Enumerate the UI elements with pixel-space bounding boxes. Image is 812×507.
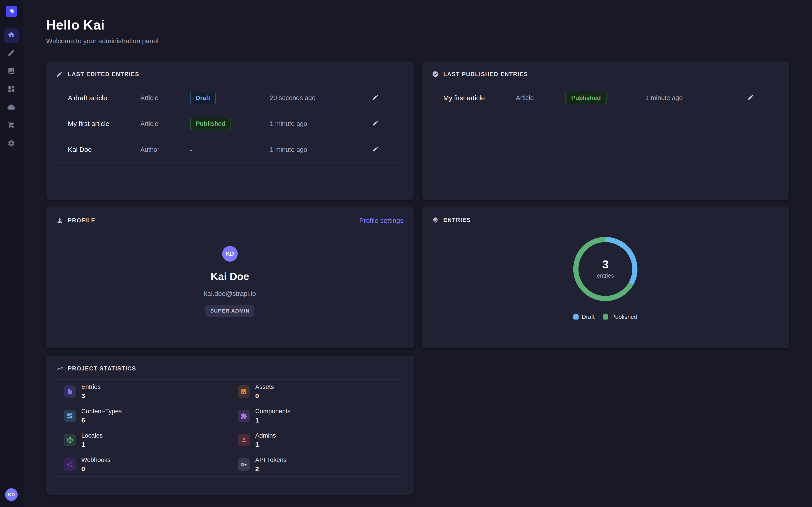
stat-locales[interactable]: Locales1	[56, 428, 230, 452]
strapi-logo[interactable]	[6, 6, 17, 17]
sidebar-item-home[interactable]	[4, 29, 19, 43]
stat-label: Webhooks	[81, 456, 110, 463]
entry-row[interactable]: A draft articleArticleDraft20 seconds ag…	[56, 85, 403, 111]
stat-api-tokens[interactable]: API Tokens2	[230, 452, 403, 476]
pen-icon	[7, 49, 15, 59]
edit-entry-button[interactable]	[746, 92, 756, 104]
stat-label: Components	[255, 408, 291, 415]
stat-value: 1	[255, 441, 276, 448]
legend-swatch	[573, 314, 578, 320]
stat-label: Entries	[81, 383, 101, 391]
stat-text: Content-Types6	[81, 408, 121, 424]
chart-legend: DraftPublished	[573, 314, 637, 321]
stat-label: API Tokens	[255, 456, 287, 463]
card-title: LAST EDITED ENTRIES	[68, 71, 139, 77]
entry-status-cell: Draft	[190, 92, 270, 104]
entries-header: ENTRIES	[432, 217, 779, 224]
stat-text: API Tokens2	[255, 456, 287, 473]
stat-admins[interactable]: Admins1	[230, 428, 403, 452]
entries-card: ENTRIES 3 entries DraftPublished	[421, 207, 789, 348]
layers-icon	[432, 217, 439, 224]
person-icon	[238, 434, 250, 446]
sidebar-divider	[5, 23, 18, 23]
cart-icon	[7, 121, 15, 131]
puzzle-icon	[238, 410, 250, 422]
last-edited-table: A draft articleArticleDraft20 seconds ag…	[56, 85, 403, 163]
share-icon	[64, 458, 76, 471]
entry-kind: Article	[516, 94, 565, 102]
home-icon	[7, 31, 15, 41]
user-icon	[56, 217, 63, 224]
stat-label: Admins	[255, 432, 276, 439]
edit-entry-button[interactable]	[370, 92, 381, 104]
profile-email: kai.doe@strapi.io	[204, 290, 256, 297]
page-header: Hello Kai Welcome to your administration…	[46, 0, 789, 61]
stat-value: 6	[81, 416, 121, 424]
legend-item: Published	[603, 314, 638, 321]
card-title: LAST PUBLISHED ENTRIES	[443, 71, 528, 77]
sidebar-item-deploy[interactable]	[4, 101, 19, 115]
stat-text: Admins1	[255, 432, 276, 448]
pencil-icon	[748, 94, 754, 102]
profile-header: PROFILE Profile settings	[56, 217, 403, 224]
entry-name: My first article	[68, 120, 140, 127]
entries-count: 3	[602, 259, 609, 270]
stat-value: 1	[81, 441, 103, 448]
sidebar: KD	[0, 0, 23, 507]
stat-webhooks[interactable]: Webhooks0	[56, 452, 230, 476]
card-title: ENTRIES	[443, 217, 471, 223]
trending-up-icon	[56, 365, 63, 372]
stat-content-types[interactable]: Content-Types6	[56, 404, 230, 428]
stat-assets[interactable]: Assets0	[230, 379, 403, 404]
entry-status-cell: Published	[565, 92, 645, 104]
entry-time: 1 minute ago	[645, 94, 723, 102]
stat-label: Assets	[255, 383, 274, 391]
stat-text: Components1	[255, 408, 291, 424]
edit-entry-button[interactable]	[370, 118, 381, 130]
status-badge: Published	[565, 92, 607, 104]
stat-value: 0	[81, 465, 110, 473]
profile-card: PROFILE Profile settings KD Kai Doe kai.…	[46, 207, 414, 348]
entry-status-cell: Published	[190, 118, 270, 130]
entries-count-label: entries	[597, 272, 614, 279]
sidebar-item-content-manager[interactable]	[4, 47, 19, 61]
entry-status-cell: -	[190, 145, 270, 154]
entry-row[interactable]: Kai DoeAuthor-1 minute ago	[56, 136, 403, 163]
main-content: Hello Kai Welcome to your administration…	[23, 0, 812, 507]
entry-kind: Article	[140, 94, 190, 102]
stat-entries[interactable]: Entries3	[56, 379, 230, 404]
edit-entry-button[interactable]	[370, 144, 381, 156]
stat-value: 1	[255, 416, 291, 424]
page-title: Hello Kai	[46, 17, 789, 33]
stat-components[interactable]: Components1	[230, 404, 403, 428]
sidebar-item-marketplace[interactable]	[4, 119, 19, 133]
pencil-icon	[372, 120, 379, 128]
app-window: KD Hello Kai Welcome to your administrat…	[0, 0, 812, 507]
check-circle-icon	[432, 71, 439, 77]
profile-avatar: KD	[222, 246, 238, 262]
page-subtitle: Welcome to your administration panel	[46, 37, 789, 45]
sidebar-nav	[4, 29, 19, 152]
sidebar-item-content-type-builder[interactable]	[4, 83, 19, 97]
entry-time: 1 minute ago	[270, 146, 347, 154]
project-statistics-card: PROJECT STATISTICS Entries3Assets0Conten…	[46, 356, 414, 494]
entry-time: 1 minute ago	[270, 120, 347, 127]
last-edited-header: LAST EDITED ENTRIES	[56, 71, 403, 77]
key-icon	[238, 458, 250, 471]
card-title: PROFILE	[68, 217, 95, 224]
stat-text: Locales1	[81, 432, 103, 448]
layout-icon	[7, 85, 15, 95]
profile-settings-link[interactable]: Profile settings	[359, 217, 404, 224]
sidebar-item-settings[interactable]	[4, 137, 19, 152]
user-avatar[interactable]: KD	[5, 488, 17, 501]
entry-row[interactable]: My first articleArticlePublished1 minute…	[432, 85, 779, 111]
sidebar-item-media-library[interactable]	[4, 65, 19, 79]
entry-row[interactable]: My first articleArticlePublished1 minute…	[56, 111, 403, 136]
entry-action-cell	[348, 144, 404, 156]
globe-icon	[64, 434, 76, 446]
profile-body: KD Kai Doe kai.doe@strapi.io SUPER ADMIN	[56, 246, 403, 316]
role-badge: SUPER ADMIN	[205, 305, 254, 317]
entry-action-cell	[348, 118, 404, 130]
legend-swatch	[603, 314, 608, 320]
status-badge: Published	[190, 118, 231, 130]
